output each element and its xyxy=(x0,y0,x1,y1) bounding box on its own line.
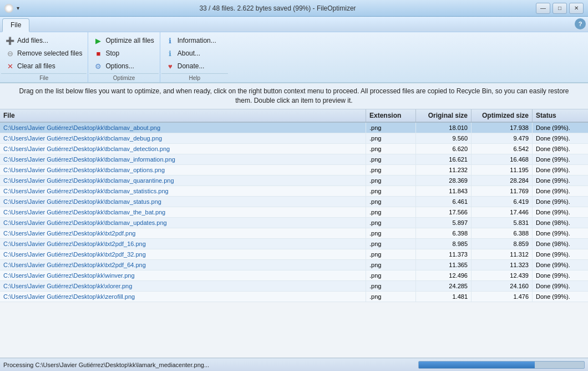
status-cell: Done (99%). xyxy=(533,165,588,175)
toolbar-group-label-file: File xyxy=(1,73,87,81)
file-link[interactable]: C:\Users\Javier Gutiérrez\Desktop\kk\txt… xyxy=(3,240,146,247)
extension-cell: .png xyxy=(366,197,416,207)
file-link[interactable]: C:\Users\Javier Gutiérrez\Desktop\kk\tbc… xyxy=(3,177,174,184)
titlebar: ▾ 33 / 48 files. 2.622 bytes saved (99%)… xyxy=(0,0,588,17)
donate-label: Donate... xyxy=(178,62,205,70)
original-size-cell: 1.481 xyxy=(416,292,472,302)
table-row[interactable]: C:\Users\Javier Gutiérrez\Desktop\kk\win… xyxy=(0,270,588,281)
app-icon xyxy=(4,4,13,13)
close-button[interactable]: ✕ xyxy=(569,3,584,14)
table-row[interactable]: C:\Users\Javier Gutiérrez\Desktop\kk\txt… xyxy=(0,249,588,260)
file-link[interactable]: C:\Users\Javier Gutiérrez\Desktop\kk\tbc… xyxy=(3,209,165,215)
header-status[interactable]: Status xyxy=(533,109,588,122)
file-list-body[interactable]: C:\Users\Javier Gutiérrez\Desktop\kk\tbc… xyxy=(0,123,588,358)
file-link[interactable]: C:\Users\Javier Gutiérrez\Desktop\kk\txt… xyxy=(3,262,146,268)
file-cell: C:\Users\Javier Gutiérrez\Desktop\kk\tbc… xyxy=(0,218,366,228)
file-cell: C:\Users\Javier Gutiérrez\Desktop\kk\xlo… xyxy=(0,281,366,291)
table-row[interactable]: C:\Users\Javier Gutiérrez\Desktop\kk\txt… xyxy=(0,228,588,239)
file-menu-tab[interactable]: File xyxy=(2,18,29,32)
optimize-all-button[interactable]: ▶Optimize all files xyxy=(89,34,158,47)
original-size-cell: 6.620 xyxy=(416,144,472,154)
optimized-size-cell: 24.160 xyxy=(472,281,533,291)
file-link[interactable]: C:\Users\Javier Gutiérrez\Desktop\kk\zer… xyxy=(3,293,135,300)
table-row[interactable]: C:\Users\Javier Gutiérrez\Desktop\kk\xlo… xyxy=(0,281,588,292)
original-size-cell: 8.985 xyxy=(416,239,472,249)
statusbar: Processing C:\Users\Javier Gutiérrez\Des… xyxy=(0,358,588,371)
file-cell: C:\Users\Javier Gutiérrez\Desktop\kk\tbc… xyxy=(0,176,366,186)
original-size-cell: 18.010 xyxy=(416,123,472,133)
original-size-cell: 11.365 xyxy=(416,260,472,270)
status-cell: Done (99%). xyxy=(533,281,588,291)
stop-button[interactable]: ■Stop xyxy=(89,47,158,59)
options-label: Options... xyxy=(105,62,134,70)
donate-button[interactable]: ♥Donate... xyxy=(161,60,228,72)
table-row[interactable]: C:\Users\Javier Gutiérrez\Desktop\kk\tbc… xyxy=(0,154,588,165)
extension-cell: .png xyxy=(366,176,416,186)
information-icon: ℹ xyxy=(166,36,175,45)
clear-all-icon: ✕ xyxy=(6,62,14,71)
file-link[interactable]: C:\Users\Javier Gutiérrez\Desktop\kk\win… xyxy=(3,272,135,279)
clear-all-label: Clear all files xyxy=(17,62,55,70)
original-size-cell: 11.373 xyxy=(416,249,472,259)
status-cell: Done (99%). xyxy=(533,292,588,302)
optimized-size-cell: 1.476 xyxy=(472,292,533,302)
extension-cell: .png xyxy=(366,154,416,164)
file-link[interactable]: C:\Users\Javier Gutiérrez\Desktop\kk\xlo… xyxy=(3,283,132,289)
toolbar-group-file: ➕Add files...⊖Remove selected files✕Clea… xyxy=(0,32,88,82)
remove-selected-button[interactable]: ⊖Remove selected files xyxy=(1,47,87,59)
status-cell: Done (99%). xyxy=(533,176,588,186)
about-icon: ℹ xyxy=(166,49,175,58)
table-row[interactable]: C:\Users\Javier Gutiérrez\Desktop\kk\tbc… xyxy=(0,123,588,133)
file-link[interactable]: C:\Users\Javier Gutiérrez\Desktop\kk\tbc… xyxy=(3,188,169,194)
table-row[interactable]: C:\Users\Javier Gutiérrez\Desktop\kk\tbc… xyxy=(0,165,588,176)
original-size-cell: 11.232 xyxy=(416,165,472,175)
menubar: File ? xyxy=(0,17,588,32)
file-link[interactable]: C:\Users\Javier Gutiérrez\Desktop\kk\tbc… xyxy=(3,124,160,131)
file-cell: C:\Users\Javier Gutiérrez\Desktop\kk\txt… xyxy=(0,249,366,259)
stop-label: Stop xyxy=(105,49,119,57)
header-original-size[interactable]: Original size xyxy=(416,109,472,122)
table-row[interactable]: C:\Users\Javier Gutiérrez\Desktop\kk\tbc… xyxy=(0,218,588,228)
table-row[interactable]: C:\Users\Javier Gutiérrez\Desktop\kk\tbc… xyxy=(0,144,588,154)
help-button[interactable]: ? xyxy=(575,18,586,29)
toolbar-group-label-optimize: Optimize xyxy=(89,73,158,81)
status-cell: Done (99%). xyxy=(533,197,588,207)
table-row[interactable]: C:\Users\Javier Gutiérrez\Desktop\kk\txt… xyxy=(0,260,588,270)
optimized-size-cell: 6.542 xyxy=(472,144,533,154)
table-row[interactable]: C:\Users\Javier Gutiérrez\Desktop\kk\tbc… xyxy=(0,186,588,197)
clear-all-button[interactable]: ✕Clear all files xyxy=(1,60,87,72)
header-extension[interactable]: Extension xyxy=(366,109,416,122)
options-button[interactable]: ⚙Options... xyxy=(89,60,158,72)
status-cell: Done (99%). xyxy=(533,133,588,143)
extension-cell: .png xyxy=(366,239,416,249)
status-cell: Done (99%). xyxy=(533,249,588,259)
table-row[interactable]: C:\Users\Javier Gutiérrez\Desktop\kk\tbc… xyxy=(0,197,588,207)
toolbar: ➕Add files...⊖Remove selected files✕Clea… xyxy=(0,32,588,83)
original-size-cell: 17.566 xyxy=(416,207,472,217)
status-text: Processing C:\Users\Javier Gutiérrez\Des… xyxy=(3,362,415,368)
header-optimized-size[interactable]: Optimized size xyxy=(472,109,533,122)
table-row[interactable]: C:\Users\Javier Gutiérrez\Desktop\kk\tbc… xyxy=(0,176,588,186)
file-link[interactable]: C:\Users\Javier Gutiérrez\Desktop\kk\tbc… xyxy=(3,135,162,142)
information-button[interactable]: ℹInformation... xyxy=(161,34,228,47)
file-link[interactable]: C:\Users\Javier Gutiérrez\Desktop\kk\txt… xyxy=(3,230,135,237)
minimize-button[interactable]: — xyxy=(536,3,550,14)
file-link[interactable]: C:\Users\Javier Gutiérrez\Desktop\kk\tbc… xyxy=(3,167,165,173)
about-button[interactable]: ℹAbout... xyxy=(161,47,228,59)
table-row[interactable]: C:\Users\Javier Gutiérrez\Desktop\kk\tbc… xyxy=(0,207,588,218)
table-row[interactable]: C:\Users\Javier Gutiérrez\Desktop\kk\txt… xyxy=(0,239,588,249)
file-link[interactable]: C:\Users\Javier Gutiérrez\Desktop\kk\tbc… xyxy=(3,156,175,163)
file-link[interactable]: C:\Users\Javier Gutiérrez\Desktop\kk\tbc… xyxy=(3,146,170,152)
file-link[interactable]: C:\Users\Javier Gutiérrez\Desktop\kk\tbc… xyxy=(3,219,167,226)
table-row[interactable]: C:\Users\Javier Gutiérrez\Desktop\kk\tbc… xyxy=(0,133,588,144)
add-files-button[interactable]: ➕Add files... xyxy=(1,34,87,47)
table-row[interactable]: C:\Users\Javier Gutiérrez\Desktop\kk\zer… xyxy=(0,292,588,302)
original-size-cell: 16.621 xyxy=(416,154,472,164)
extension-cell: .png xyxy=(366,207,416,217)
maximize-button[interactable]: □ xyxy=(552,3,567,14)
header-file[interactable]: File xyxy=(0,109,366,122)
extension-cell: .png xyxy=(366,270,416,280)
file-link[interactable]: C:\Users\Javier Gutiérrez\Desktop\kk\txt… xyxy=(3,251,146,258)
file-link[interactable]: C:\Users\Javier Gutiérrez\Desktop\kk\tbc… xyxy=(3,198,161,205)
status-cell: Done (99%). xyxy=(533,186,588,196)
